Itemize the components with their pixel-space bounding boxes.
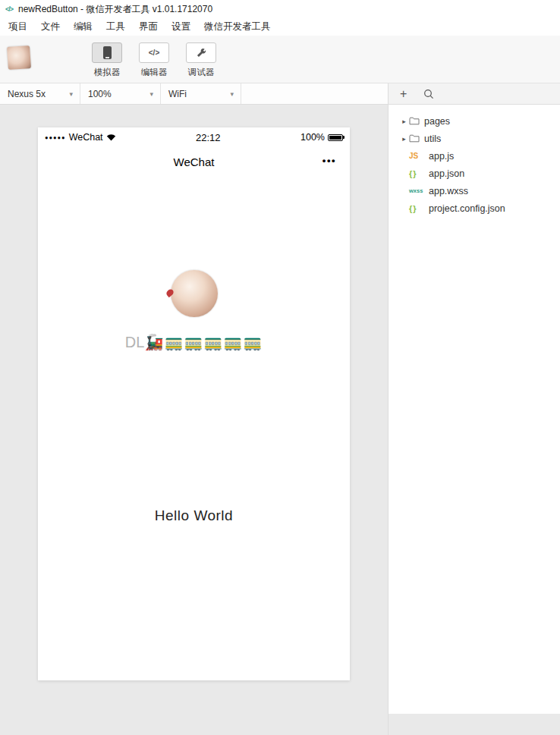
folder-name: utils: [424, 133, 441, 144]
menu-tools[interactable]: 工具: [99, 20, 132, 33]
phone-preview: ●●●●● WeChat 22:12 100% WeChat ••• DL🚂🚃🚃…: [38, 127, 350, 680]
json-file-icon: {}: [409, 169, 429, 178]
add-file-button[interactable]: +: [400, 87, 407, 101]
page-title: WeChat: [174, 155, 215, 168]
chevron-down-icon: ▾: [230, 90, 234, 98]
wrench-icon: [186, 42, 216, 63]
battery-icon: [328, 134, 343, 141]
simulator-pane: ●●●●● WeChat 22:12 100% WeChat ••• DL🚂🚃🚃…: [0, 105, 388, 735]
toolbar: 模拟器 </> 编辑器 调试器: [0, 36, 560, 83]
wifi-icon: [106, 133, 116, 141]
devicebar-spacer: [241, 83, 388, 104]
file-name: app.json: [429, 168, 464, 179]
expand-arrow-icon[interactable]: ▸: [399, 135, 409, 143]
phone-statusbar: ●●●●● WeChat 22:12 100%: [38, 127, 350, 147]
tree-file-projectconfig[interactable]: {} project.config.json: [389, 199, 560, 217]
tree-folder-pages[interactable]: ▸ pages: [389, 112, 560, 130]
devicebar-left: Nexus 5x ▾ 100% ▾ WiFi ▾: [0, 83, 388, 104]
statusbar-left: ●●●●● WeChat: [45, 132, 116, 143]
profile-avatar[interactable]: [171, 270, 218, 317]
phone-navbar: WeChat •••: [38, 147, 350, 176]
file-tree: ▸ pages ▸ utils JS app.js {}: [389, 105, 560, 217]
editor-button[interactable]: </> 编辑器: [136, 42, 172, 78]
menu-settings[interactable]: 设置: [165, 20, 197, 33]
js-file-icon: JS: [409, 152, 429, 160]
simulator-label: 模拟器: [89, 67, 125, 78]
train-text: DL🚂🚃🚃🚃🚃🚃: [38, 332, 350, 352]
carrier-label: WeChat: [69, 132, 103, 143]
file-tree-pane: ▸ pages ▸ utils JS app.js {}: [388, 105, 560, 735]
folder-name: pages: [424, 116, 450, 127]
menu-edit[interactable]: 编辑: [67, 20, 99, 33]
debugger-button[interactable]: 调试器: [183, 42, 219, 78]
more-menu-icon[interactable]: •••: [322, 155, 336, 166]
zoom-select[interactable]: 100% ▾: [80, 83, 161, 104]
train-label: DL: [125, 334, 145, 350]
file-panel-header: +: [388, 83, 560, 104]
expand-arrow-icon[interactable]: ▸: [399, 118, 409, 125]
editor-label: 编辑器: [136, 67, 172, 78]
devicebar: Nexus 5x ▾ 100% ▾ WiFi ▾ +: [0, 83, 560, 105]
device-select[interactable]: Nexus 5x ▾: [0, 83, 80, 104]
menubar: 项目 文件 编辑 工具 界面 设置 微信开发者工具: [0, 18, 560, 36]
zoom-select-value: 100%: [88, 89, 112, 99]
file-pane-bottom-strip: [389, 714, 560, 735]
search-icon[interactable]: [423, 89, 434, 99]
train-emoji-row: 🚂🚃🚃🚃🚃🚃: [144, 334, 263, 350]
debugger-label: 调试器: [183, 67, 219, 78]
main-area: ●●●●● WeChat 22:12 100% WeChat ••• DL🚂🚃🚃…: [0, 105, 560, 735]
clock-label: 22:12: [196, 132, 221, 143]
battery-percent-label: 100%: [300, 132, 325, 143]
phone-icon: [92, 42, 122, 63]
file-name: project.config.json: [429, 203, 505, 214]
file-name: app.wxss: [429, 186, 468, 196]
menu-file[interactable]: 文件: [34, 20, 67, 33]
simulator-button[interactable]: 模拟器: [89, 42, 125, 78]
tree-file-appjson[interactable]: {} app.json: [389, 165, 560, 182]
folder-icon: [409, 117, 420, 125]
wxss-file-icon: wxss: [409, 187, 429, 194]
page-content: DL🚂🚃🚃🚃🚃🚃 Hello World: [38, 270, 350, 524]
titlebar: </> newRedButton - 微信开发者工具 v1.01.1712070: [0, 0, 560, 18]
network-select[interactable]: WiFi ▾: [161, 83, 241, 104]
chevron-down-icon: ▾: [69, 90, 73, 98]
chevron-down-icon: ▾: [149, 90, 153, 98]
greeting-text: Hello World: [38, 507, 350, 524]
signal-dots-icon: ●●●●●: [45, 134, 66, 141]
menu-devtools[interactable]: 微信开发者工具: [197, 20, 278, 33]
user-avatar[interactable]: [7, 46, 31, 70]
network-select-value: WiFi: [168, 89, 187, 99]
statusbar-right: 100%: [300, 132, 343, 143]
tree-folder-utils[interactable]: ▸ utils: [389, 130, 560, 147]
menu-project[interactable]: 项目: [2, 20, 34, 33]
app-logo-icon: </>: [5, 5, 13, 13]
folder-icon: [409, 134, 420, 143]
device-select-value: Nexus 5x: [8, 89, 46, 99]
window-title: newRedButton - 微信开发者工具 v1.01.1712070: [18, 3, 212, 16]
file-name: app.js: [429, 151, 454, 162]
tree-file-appjs[interactable]: JS app.js: [389, 147, 560, 165]
json-file-icon: {}: [409, 204, 429, 213]
tree-file-appwxss[interactable]: wxss app.wxss: [389, 182, 560, 199]
menu-view[interactable]: 界面: [132, 20, 165, 33]
toolbar-button-group: 模拟器 </> 编辑器 调试器: [89, 42, 219, 78]
code-icon: </>: [139, 42, 169, 63]
